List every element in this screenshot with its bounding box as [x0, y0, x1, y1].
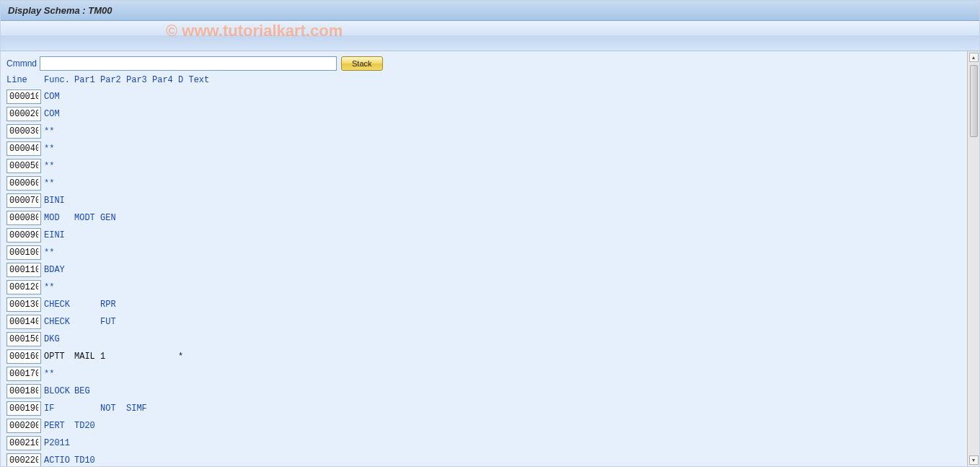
cell-par4[interactable]	[152, 386, 178, 396]
cell-par1[interactable]: TD20	[74, 421, 100, 431]
cell-par2[interactable]	[100, 421, 126, 431]
cell-d[interactable]	[178, 178, 187, 188]
cell-par2[interactable]	[100, 265, 126, 275]
cell-d[interactable]	[178, 403, 187, 414]
line-number-input[interactable]	[6, 90, 41, 104]
cell-func[interactable]: BDAY	[44, 265, 74, 275]
cell-par2[interactable]	[100, 178, 126, 188]
cell-par1[interactable]	[74, 196, 100, 206]
cell-d[interactable]	[178, 369, 187, 379]
line-number-input[interactable]	[6, 401, 41, 416]
cell-func[interactable]: **	[44, 161, 74, 171]
cell-par4[interactable]	[152, 178, 178, 188]
cell-par3[interactable]	[126, 317, 152, 327]
cell-par1[interactable]: MAIL	[74, 352, 100, 362]
cell-par3[interactable]	[126, 109, 152, 119]
cell-func[interactable]: **	[44, 248, 74, 258]
line-number-input[interactable]	[6, 159, 41, 173]
line-number-input[interactable]	[6, 367, 41, 381]
cell-d[interactable]	[178, 386, 187, 396]
line-number-input[interactable]	[6, 124, 41, 139]
cell-par1[interactable]	[74, 178, 100, 188]
cell-func[interactable]: OPTT	[44, 352, 74, 362]
cell-par3[interactable]	[126, 92, 152, 102]
cell-par4[interactable]	[152, 403, 178, 414]
line-number-input[interactable]	[6, 193, 41, 208]
cell-par4[interactable]	[152, 161, 178, 171]
cell-par2[interactable]	[100, 126, 126, 136]
cell-par2[interactable]	[100, 248, 126, 258]
cell-func[interactable]: COM	[44, 92, 74, 102]
line-number-input[interactable]	[6, 453, 41, 466]
cell-func[interactable]: BINI	[44, 196, 74, 206]
cell-par4[interactable]	[152, 300, 178, 310]
cell-func[interactable]: MOD	[44, 213, 74, 223]
cell-d[interactable]	[178, 282, 187, 292]
cell-par4[interactable]	[152, 92, 178, 102]
cell-d[interactable]	[178, 92, 187, 102]
cell-func[interactable]: **	[44, 126, 74, 136]
cell-par3[interactable]	[126, 438, 152, 448]
line-number-input[interactable]	[6, 315, 41, 329]
cell-par4[interactable]	[152, 317, 178, 327]
line-number-input[interactable]	[6, 263, 41, 277]
cell-par2[interactable]	[100, 196, 126, 206]
cell-par2[interactable]	[100, 144, 126, 154]
cell-par4[interactable]	[152, 334, 178, 344]
cell-par2[interactable]	[100, 438, 126, 448]
line-number-input[interactable]	[6, 349, 41, 364]
cell-d[interactable]	[178, 248, 187, 258]
line-number-input[interactable]	[6, 211, 41, 225]
cell-func[interactable]: ACTIO	[44, 455, 74, 466]
cell-d[interactable]	[178, 230, 187, 240]
cell-par2[interactable]	[100, 230, 126, 240]
cell-par2[interactable]	[100, 369, 126, 379]
line-number-input[interactable]	[6, 419, 41, 433]
cell-par1[interactable]	[74, 126, 100, 136]
cell-par2[interactable]: GEN	[100, 213, 126, 223]
cell-par1[interactable]	[74, 92, 100, 102]
cell-d[interactable]	[178, 109, 187, 119]
cell-func[interactable]: **	[44, 282, 74, 292]
line-number-input[interactable]	[6, 228, 41, 243]
cell-func[interactable]: EINI	[44, 230, 74, 240]
cell-par4[interactable]	[152, 421, 178, 431]
cell-func[interactable]: COM	[44, 109, 74, 119]
cell-d[interactable]: *	[178, 352, 187, 362]
scroll-up-arrow[interactable]: ▴	[969, 53, 979, 62]
cell-d[interactable]	[178, 455, 187, 466]
cell-func[interactable]: **	[44, 144, 74, 154]
cell-par4[interactable]	[152, 109, 178, 119]
cell-par3[interactable]	[126, 248, 152, 258]
line-number-input[interactable]	[6, 332, 41, 346]
cell-d[interactable]	[178, 126, 187, 136]
cell-par4[interactable]	[152, 455, 178, 466]
cell-par3[interactable]	[126, 126, 152, 136]
cell-d[interactable]	[178, 300, 187, 310]
cell-par1[interactable]	[74, 282, 100, 292]
cell-par3[interactable]	[126, 455, 152, 466]
stack-button[interactable]: Stack	[341, 56, 383, 71]
cell-func[interactable]: DKG	[44, 334, 74, 344]
cell-par1[interactable]	[74, 161, 100, 171]
cell-func[interactable]: P2011	[44, 438, 74, 448]
cell-par2[interactable]: FUT	[100, 317, 126, 327]
cell-d[interactable]	[178, 213, 187, 223]
cell-d[interactable]	[178, 265, 187, 275]
cell-par4[interactable]	[152, 248, 178, 258]
cell-par1[interactable]	[74, 248, 100, 258]
cell-func[interactable]: **	[44, 178, 74, 188]
cell-par3[interactable]	[126, 196, 152, 206]
cell-par1[interactable]	[74, 317, 100, 327]
cell-par1[interactable]: MODT	[74, 213, 100, 223]
cell-par1[interactable]	[74, 334, 100, 344]
cell-par1[interactable]: TD10	[74, 455, 100, 466]
cell-par1[interactable]	[74, 300, 100, 310]
cell-par3[interactable]	[126, 178, 152, 188]
cell-par3[interactable]	[126, 161, 152, 171]
cell-par1[interactable]	[74, 369, 100, 379]
cell-func[interactable]: CHECK	[44, 317, 74, 327]
cell-par2[interactable]: NOT	[100, 403, 126, 414]
cell-d[interactable]	[178, 196, 187, 206]
cell-par3[interactable]	[126, 352, 152, 362]
